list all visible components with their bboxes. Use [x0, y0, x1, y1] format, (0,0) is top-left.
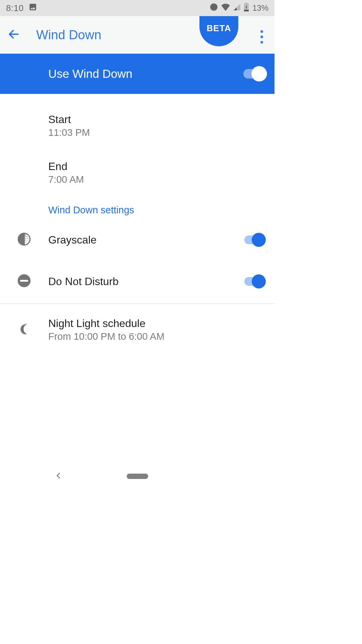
svg-rect-7	[25, 235, 29, 236]
grayscale-icon	[17, 232, 31, 248]
wifi-icon	[221, 3, 230, 13]
battery-percentage: 13%	[252, 3, 268, 13]
end-value: 7:00 AM	[48, 174, 264, 185]
section-label: Wind Down settings	[0, 193, 275, 224]
svg-rect-11	[25, 242, 28, 243]
dnd-switch[interactable]	[244, 277, 264, 286]
clock: 8:10	[6, 3, 24, 13]
svg-rect-9	[25, 238, 29, 239]
night-light-label: Night Light schedule	[48, 317, 264, 330]
dnd-icon	[17, 274, 31, 289]
battery-icon	[244, 3, 249, 14]
svg-rect-3	[245, 3, 247, 4]
grayscale-row[interactable]: Grayscale	[0, 224, 275, 256]
start-value: 11:03 PM	[48, 127, 264, 138]
svg-rect-4	[244, 10, 249, 11]
overflow-menu-button[interactable]	[258, 28, 265, 46]
svg-rect-8	[25, 237, 29, 238]
master-toggle-label: Use Wind Down	[48, 67, 132, 80]
grayscale-switch[interactable]	[244, 235, 264, 244]
image-icon	[28, 3, 37, 14]
content: Start 11:03 PM End 7:00 AM Wind Down set…	[0, 94, 275, 350]
master-toggle-row[interactable]: Use Wind Down	[0, 54, 275, 94]
end-label: End	[48, 160, 264, 173]
nav-back-button[interactable]	[54, 471, 63, 482]
cellular-icon	[233, 3, 241, 13]
master-toggle-switch[interactable]	[243, 69, 265, 79]
night-light-detail: From 10:00 PM to 6:00 AM	[48, 331, 264, 342]
app-bar: Wind Down BETA	[0, 16, 275, 54]
end-time-row[interactable]: End 7:00 AM	[0, 153, 275, 193]
back-button[interactable]	[7, 28, 20, 42]
start-label: Start	[48, 113, 264, 126]
status-left: 8:10	[6, 3, 37, 14]
divider	[0, 304, 275, 304]
dnd-row[interactable]: Do Not Disturb	[0, 265, 275, 298]
nav-home-pill[interactable]	[127, 474, 148, 479]
start-time-row[interactable]: Start 11:03 PM	[0, 106, 275, 146]
status-right: 13%	[209, 3, 268, 14]
navigation-bar	[0, 464, 275, 488]
status-bar: 8:10 13%	[0, 0, 275, 16]
beta-badge-label: BETA	[207, 23, 231, 34]
moon-icon	[17, 322, 31, 337]
dnd-status-icon	[209, 3, 218, 14]
svg-rect-10	[25, 240, 29, 241]
dnd-label: Do Not Disturb	[48, 275, 238, 288]
night-light-row[interactable]: Night Light schedule From 10:00 PM to 6:…	[0, 310, 275, 350]
svg-rect-13	[20, 280, 28, 281]
grayscale-label: Grayscale	[48, 234, 238, 246]
